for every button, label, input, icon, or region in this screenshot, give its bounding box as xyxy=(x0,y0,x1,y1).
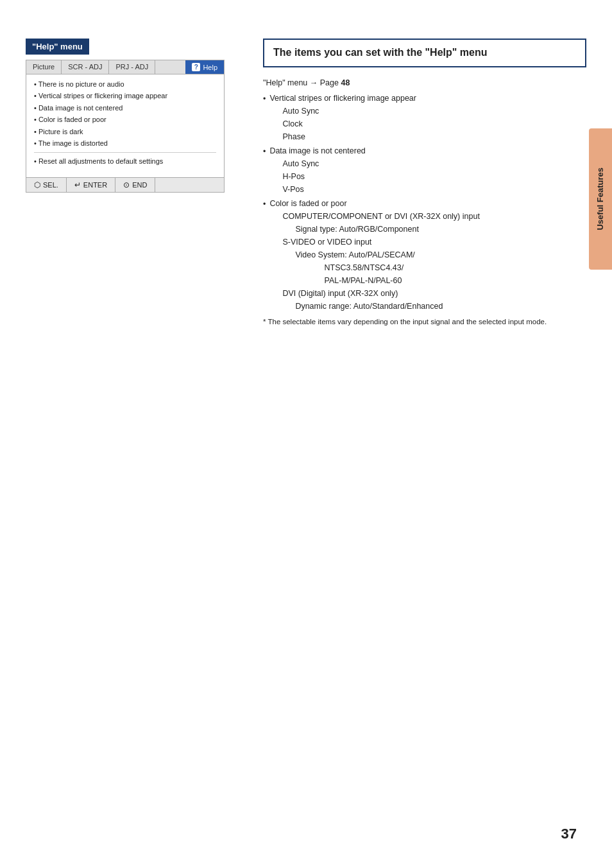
menu-item-1[interactable]: • There is no picture or audio xyxy=(34,80,216,89)
menu-item-reset[interactable]: • Reset all adjustments to default setti… xyxy=(34,157,216,166)
footer-end-label: END xyxy=(132,181,147,189)
menu-item-4[interactable]: • Color is faded or poor xyxy=(34,115,216,125)
sub-sub-video: Video System: Auto/PAL/SECAM/ NTSC3.58/N… xyxy=(282,248,479,287)
tab-prj-adj[interactable]: PRJ - ADJ xyxy=(109,60,155,74)
content-columns: "Help" menu Picture SCR - ADJ PRJ - ADJ … xyxy=(26,39,586,327)
menu-item-2[interactable]: • Vertical stripes or flickering image a… xyxy=(34,91,216,101)
right-section-title: The items you can set with the "Help" me… xyxy=(273,46,576,60)
sidebar-tab-label: Useful Features xyxy=(595,168,606,230)
bullet-item-3: • Color is faded or poor COMPUTER/COMPON… xyxy=(263,197,586,313)
left-section-title: "Help" menu xyxy=(26,39,89,55)
footer-end: ⊙ END xyxy=(115,178,155,192)
menu-footer: ⬡ SEL. ↵ ENTER ⊙ END xyxy=(26,177,224,192)
bullet-item-1: • Vertical stripes or flickering image a… xyxy=(263,92,586,143)
bullet-icon-3: • xyxy=(263,198,266,211)
sub-item-phase: Phase xyxy=(282,130,416,143)
sub-section-computer: COMPUTER/COMPONENT or DVI (XR-32X only) … xyxy=(282,210,479,223)
right-content: "Help" menu → Page 48 • Vertical stripes… xyxy=(263,76,586,327)
menu-body: • There is no picture or audio • Vertica… xyxy=(26,74,224,177)
sub-item-autosync-2: Auto Sync xyxy=(282,157,365,170)
bullet-text-1: Vertical stripes or flickering image app… xyxy=(269,92,416,143)
sidebar-tab: Useful Features xyxy=(589,128,612,270)
menu-item-3[interactable]: • Data image is not centered xyxy=(34,103,216,113)
bullet-item-2: • Data image is not centered Auto Sync H… xyxy=(263,144,586,196)
bullet-text-2: Data image is not centered Auto Sync H-P… xyxy=(269,144,365,196)
note-text: * The selectable items vary depending on… xyxy=(263,317,586,327)
menu-tabs: Picture SCR - ADJ PRJ - ADJ ? Help xyxy=(26,60,224,74)
menu-item-5[interactable]: • Picture is dark xyxy=(34,127,216,137)
menu-item-6[interactable]: • The image is distorted xyxy=(34,139,216,148)
tab-picture[interactable]: Picture xyxy=(26,60,62,74)
sub-item-autosync-1: Auto Sync xyxy=(282,105,416,117)
right-column: The items you can set with the "Help" me… xyxy=(263,39,586,327)
bullet-label-1: Vertical stripes or flickering image app… xyxy=(269,94,416,103)
sub-section-svideo: S-VIDEO or VIDEO input xyxy=(282,236,479,248)
menu-divider xyxy=(34,152,216,153)
bullet-label-3: Color is faded or poor xyxy=(269,199,346,208)
tab-scr-adj[interactable]: SCR - ADJ xyxy=(62,60,109,74)
tab-help[interactable]: ? Help xyxy=(185,60,224,74)
sub-item-clock: Clock xyxy=(282,117,416,130)
enter-icon: ↵ xyxy=(74,180,81,189)
section-header: "Help" menu → Page 48 xyxy=(263,76,586,89)
end-icon: ⊙ xyxy=(123,180,130,189)
sub-item-hpos: H-Pos xyxy=(282,170,365,183)
sel-icon: ⬡ xyxy=(34,180,40,189)
menu-screenshot: Picture SCR - ADJ PRJ - ADJ ? Help • The… xyxy=(26,60,225,193)
sub-item-vpos: V-Pos xyxy=(282,183,365,196)
bullet-text-3: Color is faded or poor COMPUTER/COMPONEN… xyxy=(269,197,479,313)
footer-enter-label: ENTER xyxy=(83,181,107,189)
right-title-box: The items you can set with the "Help" me… xyxy=(263,39,586,67)
sub-items-2: Auto Sync H-Pos V-Pos xyxy=(269,157,365,196)
bullet-icon-2: • xyxy=(263,145,266,158)
page-ref-label: "Help" menu → Page xyxy=(263,78,341,87)
sub-items-1: Auto Sync Clock Phase xyxy=(269,105,416,143)
footer-sel: ⬡ SEL. xyxy=(26,178,67,192)
footer-enter: ↵ ENTER xyxy=(67,178,115,192)
sub-section-dvi: DVI (Digital) input (XR-32X only) xyxy=(282,287,479,300)
sub-items-3: COMPUTER/COMPONENT or DVI (XR-32X only) … xyxy=(269,210,479,313)
bullet-icon-1: • xyxy=(263,92,266,105)
bullet-label-2: Data image is not centered xyxy=(269,146,365,155)
footer-sel-label: SEL. xyxy=(43,181,58,189)
page-container: Useful Features 37 "Help" menu Picture S… xyxy=(0,0,612,868)
page-ref-number: 48 xyxy=(341,78,350,87)
tab-help-label: Help xyxy=(203,64,217,71)
question-mark-icon: ? xyxy=(192,63,200,71)
sub-sub-dvi: Dynamic range: Auto/Standard/Enhanced xyxy=(282,300,479,313)
page-number: 37 xyxy=(561,826,577,842)
left-column: "Help" menu Picture SCR - ADJ PRJ - ADJ … xyxy=(26,39,244,327)
sub-sub-signal: Signal type: Auto/RGB/Component xyxy=(282,223,479,236)
